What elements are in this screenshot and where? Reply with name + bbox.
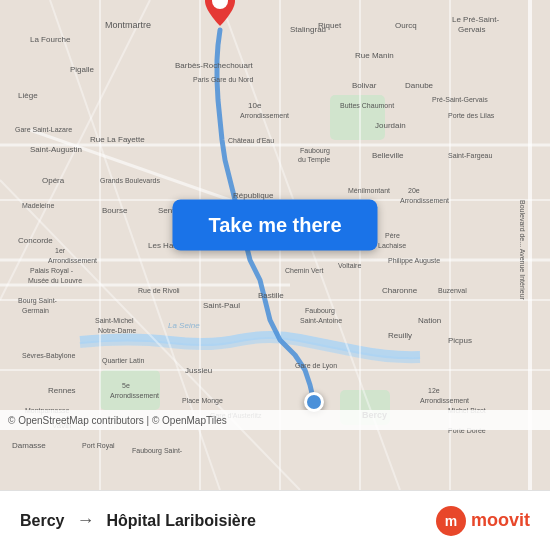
svg-text:Reuilly: Reuilly bbox=[388, 331, 412, 340]
svg-text:Voltaire: Voltaire bbox=[338, 262, 361, 269]
svg-text:Place Monge: Place Monge bbox=[182, 397, 223, 405]
copyright-text: © OpenStreetMap contributors | © OpenMap… bbox=[8, 415, 227, 426]
svg-text:Bourg Saint-: Bourg Saint- bbox=[18, 297, 58, 305]
svg-text:Liège: Liège bbox=[18, 91, 38, 100]
svg-text:Bourse: Bourse bbox=[102, 206, 128, 215]
route-to: Hôpital Lariboisière bbox=[106, 512, 255, 530]
svg-text:Picpus: Picpus bbox=[448, 336, 472, 345]
svg-text:Belleville: Belleville bbox=[372, 151, 404, 160]
svg-text:Gare Saint-Lazare: Gare Saint-Lazare bbox=[15, 126, 72, 133]
svg-text:République: République bbox=[233, 191, 274, 200]
map-container: Montmartre Pigalle Barbès-Rochechouart S… bbox=[0, 0, 550, 490]
moovit-icon-svg: m bbox=[435, 505, 467, 537]
svg-text:Saint-Paul: Saint-Paul bbox=[203, 301, 240, 310]
svg-text:du Temple: du Temple bbox=[298, 156, 330, 164]
svg-text:Rue Manin: Rue Manin bbox=[355, 51, 394, 60]
svg-text:Rue La Fayette: Rue La Fayette bbox=[90, 135, 145, 144]
svg-text:Faubourg Saint-: Faubourg Saint- bbox=[132, 447, 183, 455]
svg-text:Père: Père bbox=[385, 232, 400, 239]
svg-text:Jussieu: Jussieu bbox=[185, 366, 212, 375]
svg-text:Arrondissement: Arrondissement bbox=[110, 392, 159, 399]
svg-text:Montmartre: Montmartre bbox=[105, 20, 151, 30]
svg-text:Chemin Vert: Chemin Vert bbox=[285, 267, 324, 274]
svg-text:Arrondissement: Arrondissement bbox=[240, 112, 289, 119]
svg-text:Porte des Lilas: Porte des Lilas bbox=[448, 112, 495, 119]
moovit-brand-name: moovit bbox=[471, 510, 530, 531]
svg-text:Arrondissement: Arrondissement bbox=[400, 197, 449, 204]
svg-text:12e: 12e bbox=[428, 387, 440, 394]
svg-text:Ourcq: Ourcq bbox=[395, 21, 417, 30]
origin-marker bbox=[304, 392, 324, 412]
svg-text:Madeleine: Madeleine bbox=[22, 202, 54, 209]
svg-text:Boulevard de... Avenue Intérie: Boulevard de... Avenue Intérieur bbox=[519, 200, 526, 301]
svg-text:Rennes: Rennes bbox=[48, 386, 76, 395]
svg-text:Riquet: Riquet bbox=[318, 21, 342, 30]
svg-text:Pré-Saint-Gervais: Pré-Saint-Gervais bbox=[432, 96, 488, 103]
svg-text:Rue de Rivoli: Rue de Rivoli bbox=[138, 287, 180, 294]
route-info: Bercy → Hôpital Lariboisière bbox=[20, 510, 435, 531]
svg-text:Saint-Michel: Saint-Michel bbox=[95, 317, 134, 324]
svg-text:Faubourg: Faubourg bbox=[305, 307, 335, 315]
svg-text:Charonne: Charonne bbox=[382, 286, 418, 295]
svg-text:Damasse: Damasse bbox=[12, 441, 46, 450]
svg-text:Lachaise: Lachaise bbox=[378, 242, 406, 249]
bottom-bar: Bercy → Hôpital Lariboisière m moovit bbox=[0, 490, 550, 550]
svg-text:5e: 5e bbox=[122, 382, 130, 389]
svg-text:Buttes Chaumont: Buttes Chaumont bbox=[340, 102, 394, 109]
route-from: Bercy bbox=[20, 512, 64, 530]
destination-marker bbox=[205, 0, 235, 30]
svg-text:Port Royal: Port Royal bbox=[82, 442, 115, 450]
svg-text:Faubourg: Faubourg bbox=[300, 147, 330, 155]
copyright-bar: © OpenStreetMap contributors | © OpenMap… bbox=[0, 410, 550, 430]
svg-text:1er: 1er bbox=[55, 247, 66, 254]
svg-text:Philippe Auguste: Philippe Auguste bbox=[388, 257, 440, 265]
svg-text:Concorde: Concorde bbox=[18, 236, 53, 245]
svg-text:Opéra: Opéra bbox=[42, 176, 65, 185]
svg-text:Arrondissement: Arrondissement bbox=[420, 397, 469, 404]
svg-text:Pigalle: Pigalle bbox=[70, 65, 95, 74]
svg-text:20e: 20e bbox=[408, 187, 420, 194]
svg-text:Gare de Lyon: Gare de Lyon bbox=[295, 362, 337, 370]
svg-text:Saint-Antoine: Saint-Antoine bbox=[300, 317, 342, 324]
svg-text:Jourdain: Jourdain bbox=[375, 121, 406, 130]
svg-text:Palais Royal -: Palais Royal - bbox=[30, 267, 74, 275]
svg-text:Grands Boulevards: Grands Boulevards bbox=[100, 177, 160, 184]
svg-text:Danube: Danube bbox=[405, 81, 434, 90]
svg-text:Sèvres-Babylone: Sèvres-Babylone bbox=[22, 352, 75, 360]
moovit-logo: m moovit bbox=[435, 505, 530, 537]
svg-text:La Fourche: La Fourche bbox=[30, 35, 71, 44]
svg-text:Musée du Louvre: Musée du Louvre bbox=[28, 277, 82, 284]
svg-text:Quartier Latin: Quartier Latin bbox=[102, 357, 145, 365]
svg-text:Château d'Eau: Château d'Eau bbox=[228, 137, 274, 144]
svg-text:Gervais: Gervais bbox=[458, 25, 486, 34]
svg-text:Buzenval: Buzenval bbox=[438, 287, 467, 294]
take-me-there-button[interactable]: Take me there bbox=[172, 200, 377, 251]
svg-text:Saint-Augustin: Saint-Augustin bbox=[30, 145, 82, 154]
svg-text:Le Pré-Saint-: Le Pré-Saint- bbox=[452, 15, 499, 24]
svg-text:La Seine: La Seine bbox=[168, 321, 200, 330]
route-arrow-icon: → bbox=[76, 510, 94, 531]
svg-text:Paris Gare du Nord: Paris Gare du Nord bbox=[193, 76, 253, 83]
svg-text:Nation: Nation bbox=[418, 316, 441, 325]
svg-text:Saint-Fargeau: Saint-Fargeau bbox=[448, 152, 492, 160]
svg-text:Germain: Germain bbox=[22, 307, 49, 314]
svg-text:Ménilmontant: Ménilmontant bbox=[348, 187, 390, 194]
svg-rect-1 bbox=[100, 370, 160, 410]
svg-text:m: m bbox=[445, 513, 457, 529]
svg-text:Notre-Dame: Notre-Dame bbox=[98, 327, 136, 334]
svg-text:10e: 10e bbox=[248, 101, 262, 110]
svg-text:Bastille: Bastille bbox=[258, 291, 284, 300]
svg-text:Bolivar: Bolivar bbox=[352, 81, 377, 90]
svg-text:Barbès-Rochechouart: Barbès-Rochechouart bbox=[175, 61, 254, 70]
svg-text:Arrondissement: Arrondissement bbox=[48, 257, 97, 264]
